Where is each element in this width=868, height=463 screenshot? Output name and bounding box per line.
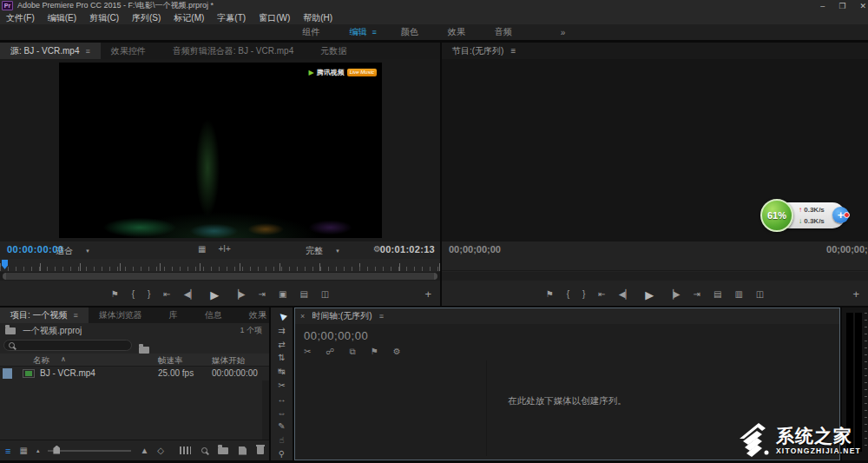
workspace-tab-assembly[interactable]: 组件 bbox=[303, 26, 326, 38]
workspace-tab-color[interactable]: 颜色 bbox=[401, 26, 424, 38]
project-file-name[interactable]: 一个视频.prproj bbox=[23, 325, 82, 337]
workspace-menu-icon[interactable]: ≡ bbox=[372, 28, 377, 36]
tab-project[interactable]: 项目: 一个视频≡ bbox=[0, 308, 89, 323]
go-to-in-button[interactable]: ⇤ bbox=[163, 290, 170, 299]
menu-item[interactable]: 剪辑(C) bbox=[89, 12, 119, 24]
sort-ascending-icon[interactable]: ∧ bbox=[61, 355, 66, 363]
source-zoom-scrollbar[interactable] bbox=[0, 272, 440, 281]
add-marker-icon[interactable]: ⚑ bbox=[371, 347, 378, 357]
go-to-out-button[interactable]: ⇥ bbox=[259, 290, 266, 299]
pen-tool[interactable]: ✎ bbox=[271, 420, 293, 433]
tab-metadata[interactable]: 元数据 bbox=[310, 43, 363, 59]
step-back-button[interactable]: ◀▏ bbox=[184, 290, 197, 299]
column-frame-rate[interactable]: 帧速率 bbox=[158, 355, 183, 367]
mark-in-button[interactable]: { bbox=[132, 290, 135, 299]
tab-media-browser[interactable]: 媒体浏览器 bbox=[89, 308, 159, 323]
panel-menu-icon[interactable]: ≡ bbox=[74, 311, 78, 320]
step-forward-button[interactable]: ▕▶ bbox=[232, 290, 245, 299]
slip-tool[interactable]: ↔ bbox=[271, 393, 293, 406]
column-name[interactable]: 名称 bbox=[33, 355, 49, 367]
play-button[interactable]: ▶ bbox=[210, 289, 219, 301]
project-overflow-chevron[interactable]: » bbox=[260, 309, 266, 319]
download-speed-widget[interactable]: ↑ 0.3K/s ↓ 0.3K/s 61% + bbox=[760, 198, 849, 233]
column-media-start[interactable]: 媒体开始 bbox=[212, 355, 245, 367]
add-marker-button[interactable]: ⚑ bbox=[111, 290, 119, 299]
table-row[interactable]: BJ - VCR.mp4 25.00 fps 00:00:00:00 bbox=[0, 367, 269, 380]
timeline-ticks-icon[interactable]: +ǀ+ bbox=[218, 244, 230, 254]
linked-selection-icon[interactable]: ☍ bbox=[326, 347, 334, 357]
playback-resolution-dropdown[interactable]: 完整▼ bbox=[306, 245, 340, 257]
zoom-in-icon[interactable]: ▲ bbox=[140, 446, 148, 455]
mark-out-button[interactable]: } bbox=[148, 290, 150, 299]
rate-stretch-tool[interactable]: ↹ bbox=[271, 365, 293, 378]
timeline-timecode[interactable]: 00;00;00;00 bbox=[304, 329, 368, 342]
tab-effect-controls[interactable]: 效果控件 bbox=[101, 43, 162, 59]
program-current-timecode[interactable]: 00;00;00;00 bbox=[449, 244, 501, 255]
search-input[interactable] bbox=[3, 340, 132, 351]
mark-in-button[interactable]: { bbox=[567, 290, 569, 299]
list-view-button[interactable]: ≡ bbox=[5, 446, 10, 456]
go-to-out-button[interactable]: ⇥ bbox=[694, 290, 700, 299]
source-playhead[interactable] bbox=[2, 260, 8, 269]
workspace-tab-effects[interactable]: 效果 bbox=[448, 26, 470, 38]
razor-tool[interactable]: ✂ bbox=[271, 379, 293, 392]
nested-sequence-icon[interactable]: ⧉ bbox=[350, 347, 356, 357]
add-task-button[interactable]: + bbox=[832, 207, 849, 223]
source-time-ruler[interactable] bbox=[0, 259, 440, 271]
timeline-tab-strip[interactable]: × 时间轴:(无序列) ≡ bbox=[295, 308, 839, 324]
panel-menu-icon[interactable]: ≡ bbox=[379, 312, 384, 321]
restore-button[interactable]: ❐ bbox=[838, 2, 845, 10]
export-frame-button[interactable]: ◫ bbox=[321, 290, 329, 299]
button-editor-plus[interactable]: + bbox=[852, 288, 859, 301]
overwrite-button[interactable]: ▤ bbox=[299, 290, 307, 299]
folder-up-icon[interactable] bbox=[5, 327, 16, 334]
label-color-chip[interactable] bbox=[3, 368, 12, 379]
tab-source-monitor[interactable]: 源: BJ - VCR.mp4≡ bbox=[0, 43, 101, 59]
rolling-edit-tool[interactable]: ⇅ bbox=[271, 351, 293, 364]
scrollbar-handle[interactable] bbox=[3, 273, 437, 280]
slide-tool[interactable]: ⇔ bbox=[271, 407, 293, 420]
zoom-level-dropdown[interactable]: 适合▼ bbox=[56, 245, 90, 257]
thumbnail-zoom-slider[interactable] bbox=[48, 450, 131, 452]
go-to-in-button[interactable]: ⇤ bbox=[598, 290, 605, 299]
program-zoom-scrollbar[interactable] bbox=[442, 272, 868, 281]
menu-item[interactable]: 序列(S) bbox=[132, 12, 161, 24]
export-frame-button[interactable]: ◫ bbox=[756, 290, 764, 299]
zoom-tool[interactable]: ⚲ bbox=[271, 447, 293, 460]
menu-item[interactable]: 窗口(W) bbox=[259, 12, 290, 24]
selection-tool[interactable]: ▶ bbox=[271, 310, 293, 323]
project-list-empty-area[interactable] bbox=[0, 380, 269, 440]
new-item-icon[interactable] bbox=[239, 446, 247, 455]
tab-info[interactable]: 信息 bbox=[194, 308, 239, 323]
new-bin-icon[interactable] bbox=[218, 447, 228, 454]
snap-icon[interactable]: ✂ bbox=[304, 347, 311, 357]
play-button[interactable]: ▶ bbox=[645, 289, 654, 301]
workspace-tab-editing[interactable]: 编辑≡ bbox=[350, 26, 377, 38]
menu-item[interactable]: 标记(M) bbox=[174, 12, 204, 24]
minimize-button[interactable]: – bbox=[820, 2, 825, 10]
menu-item[interactable]: 帮助(H) bbox=[303, 12, 332, 24]
automate-to-sequence-icon[interactable] bbox=[180, 446, 191, 454]
tab-libraries[interactable]: 库 bbox=[159, 308, 194, 323]
timeline-settings-wrench-icon[interactable]: ⚙ bbox=[393, 347, 401, 357]
mark-out-button[interactable]: } bbox=[582, 290, 585, 299]
add-marker-button[interactable]: ⚑ bbox=[546, 290, 554, 299]
icon-view-button[interactable]: ▦ bbox=[19, 446, 27, 455]
program-tab-strip[interactable]: 节目:(无序列) ≡ bbox=[442, 43, 868, 59]
source-video-frame[interactable]: ▶ 腾讯视频 Live Music bbox=[59, 63, 382, 238]
delete-icon[interactable] bbox=[257, 446, 264, 454]
insert-button[interactable]: ▣ bbox=[279, 290, 286, 299]
menu-item[interactable]: 编辑(E) bbox=[48, 12, 76, 24]
find-icon[interactable] bbox=[201, 447, 207, 453]
program-time-ruler[interactable] bbox=[442, 259, 868, 271]
menu-item[interactable]: 字幕(T) bbox=[217, 12, 246, 24]
workspace-tab-audio[interactable]: 音频 bbox=[495, 26, 517, 38]
tab-audio-clip-mixer[interactable]: 音频剪辑混合器: BJ - VCR.mp4 bbox=[162, 43, 310, 59]
track-select-tool[interactable]: ⇉ bbox=[271, 324, 293, 337]
menu-item[interactable]: 文件(F) bbox=[6, 12, 35, 24]
free-transform-icon[interactable]: ◇ bbox=[157, 446, 164, 455]
workspace-overflow-chevron[interactable]: » bbox=[561, 28, 566, 37]
clip-name[interactable]: BJ - VCR.mp4 bbox=[40, 368, 153, 378]
close-button[interactable]: ✕ bbox=[859, 2, 866, 10]
new-search-bin-icon[interactable] bbox=[139, 347, 149, 354]
